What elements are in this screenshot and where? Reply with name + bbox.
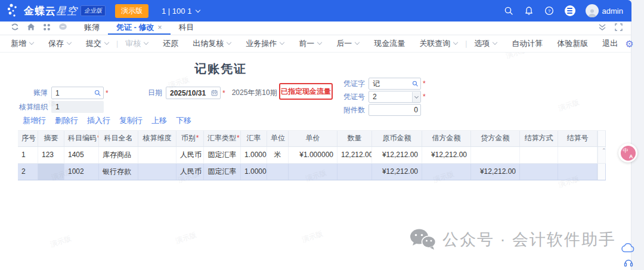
toolbar-button-新增[interactable]: 新增 [4, 38, 41, 49]
app-window: 金蝶云星空 企业版 演示版 1 | 100 1 ? admin [0, 0, 644, 270]
grid-cell[interactable]: 人民币 [177, 164, 204, 180]
grid-cell[interactable]: 1.0000 [241, 164, 267, 180]
toolbar-button-还原[interactable]: 还原 [156, 38, 185, 49]
grid-cell[interactable]: 米 [267, 147, 289, 163]
grid-action-新增行[interactable]: 新增行 [23, 115, 46, 126]
grid-cell[interactable] [267, 164, 289, 180]
grid-cell[interactable] [38, 164, 64, 180]
tab-2[interactable]: 凭证 - 修改× [108, 22, 171, 35]
user-menu[interactable]: admin [586, 4, 623, 17]
help-icon[interactable]: ? [544, 6, 555, 16]
translate-icon[interactable]: 中A [621, 146, 636, 161]
table-row-2[interactable]: 21002银行存款人民币固定汇率1.0000¥12,212.00¥12,212.… [18, 164, 606, 180]
toolbar-button-自动计算[interactable]: 自动计算 [504, 38, 550, 49]
grid-cell[interactable]: ¥12,212.00 [372, 147, 422, 163]
toolbar-button-label: 出纳复核 [193, 38, 224, 49]
toolbar-button-提交[interactable]: 提交 [79, 38, 116, 49]
fullscreen-icon[interactable] [615, 23, 623, 33]
toolbar-button-前一[interactable]: 前一 [292, 38, 329, 49]
grid-cell[interactable]: 1.0000 [241, 147, 267, 163]
voucher-word-input[interactable] [373, 79, 412, 88]
chevron-down-icon [227, 40, 231, 45]
grid-action-删除行[interactable]: 删除行 [55, 115, 78, 126]
date-input[interactable] [170, 89, 211, 97]
book-field[interactable] [51, 87, 104, 99]
grid-cell[interactable]: 固定汇率 [204, 164, 241, 180]
bell-icon[interactable] [524, 6, 534, 16]
menu-circle-icon[interactable] [565, 5, 575, 16]
attachment-count-input[interactable] [373, 106, 418, 114]
grid-cell[interactable]: 银行存款 [99, 164, 138, 180]
toolbar-button-保存[interactable]: 保存 [41, 38, 79, 49]
search-icon[interactable] [504, 6, 514, 16]
tab-label: 凭证 - 修改 [116, 22, 154, 33]
settings-gear-icon[interactable]: ⚙ [625, 38, 633, 50]
grid-cell[interactable] [138, 147, 177, 163]
column-header-摘要: 摘要 [38, 131, 64, 146]
refresh-icon[interactable] [11, 23, 19, 33]
toolbar-button-退出[interactable]: 退出 [595, 38, 625, 49]
grid-cell[interactable]: 固定汇率 [204, 147, 241, 163]
grid-cell[interactable]: 1 [18, 147, 38, 163]
grid-action-复制行[interactable]: 复制行 [119, 115, 143, 126]
collapse-tabs-icon[interactable] [598, 23, 606, 33]
grid-cell[interactable]: 123 [38, 147, 64, 163]
grid-cell[interactable]: 1405 [64, 147, 99, 163]
voucher-no-field[interactable] [369, 91, 421, 103]
toolbar-button-后一[interactable]: 后一 [329, 38, 367, 49]
date-field[interactable] [166, 87, 221, 99]
chat-icon[interactable] [58, 23, 67, 33]
chevron-down-icon [196, 8, 200, 13]
table-row-1[interactable]: 11231405库存商品人民币固定汇率1.0000米¥1.00000012,21… [18, 147, 606, 164]
grid-cell[interactable]: 人民币 [177, 147, 204, 163]
voucher-no-input[interactable] [373, 93, 412, 101]
book-input[interactable] [55, 89, 94, 97]
scrollbar-track[interactable] [597, 131, 606, 146]
grid-cell[interactable]: ¥12,212.00 [372, 164, 422, 180]
grid-cell[interactable]: 库存商品 [99, 147, 138, 163]
toolbar-button-出纳复核[interactable]: 出纳复核 [185, 38, 239, 49]
grid-cell[interactable] [558, 147, 597, 163]
toolbar-button-审核[interactable]: 审核 [118, 38, 156, 49]
toolbar-button-现金流量[interactable]: 现金流量 [367, 38, 412, 49]
home-icon[interactable] [27, 23, 35, 33]
toolbar-button-业务操作[interactable]: 业务操作 [239, 38, 292, 49]
toolbar-button-选项[interactable]: 选项 [467, 38, 504, 49]
tab-1[interactable]: 账簿 [76, 22, 108, 35]
chevron-down-icon [355, 40, 360, 45]
grid-action-上移[interactable]: 上移 [151, 115, 167, 126]
grid-cell[interactable] [558, 164, 597, 180]
chevron-down-icon [67, 40, 72, 45]
scrollbar-track[interactable] [597, 164, 606, 180]
grid-cell[interactable]: ¥1.000000 [289, 147, 338, 163]
toolbar-button-体验新版[interactable]: 体验新版 [550, 38, 595, 49]
tab-3[interactable]: 科目 [171, 22, 203, 35]
workspace-switcher[interactable]: 1 | 100 1 [162, 7, 200, 16]
grid-cell[interactable] [520, 147, 558, 163]
attachment-count-field[interactable] [369, 104, 421, 116]
grid-action-插入行[interactable]: 插入行 [87, 115, 110, 126]
grid-cell[interactable] [422, 164, 471, 180]
calendar-icon[interactable] [211, 89, 218, 97]
scrollbar-track[interactable]: ⌃ [597, 147, 606, 163]
grid-cell[interactable]: 12,212.00 [338, 147, 372, 163]
dropdown-button[interactable] [412, 92, 420, 102]
grid-cell[interactable]: ¥12,212.00 [471, 164, 520, 180]
grid-cell[interactable]: 2 [18, 164, 38, 180]
toolbar-button-关联查询[interactable]: 关联查询 [412, 38, 465, 49]
grid-cell[interactable] [289, 164, 338, 180]
grid-cell[interactable]: ¥12,212.00 [422, 147, 471, 163]
voucher-word-field[interactable] [369, 78, 421, 90]
grid-cell[interactable] [471, 147, 520, 163]
apps-grid-icon[interactable] [43, 23, 51, 33]
grid-action-下移[interactable]: 下移 [176, 115, 191, 126]
lookup-icon[interactable] [94, 89, 101, 97]
headset-icon[interactable] [624, 258, 633, 270]
grid-cell[interactable] [338, 164, 372, 180]
close-tab-icon[interactable]: × [158, 23, 162, 32]
lookup-icon[interactable] [412, 80, 418, 87]
grid-cell[interactable] [520, 164, 558, 180]
grid-cell[interactable]: 1002 [64, 164, 99, 180]
grid-cell[interactable] [138, 164, 177, 180]
cloud-icon[interactable] [621, 243, 634, 255]
